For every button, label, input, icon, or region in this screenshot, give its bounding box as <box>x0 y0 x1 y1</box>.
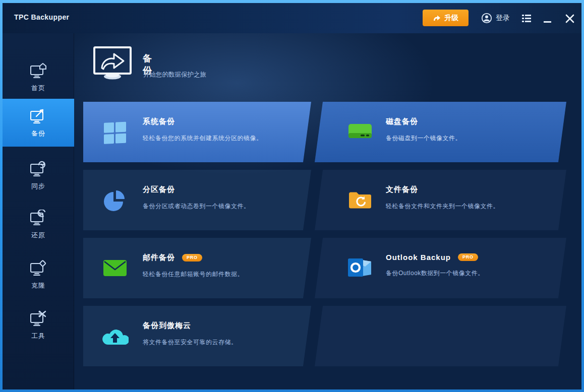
screen-sync-icon <box>29 161 48 178</box>
mail-backup-card[interactable]: 邮件备份 PRO 轻松备份任意邮箱账号的邮件数据。 <box>83 238 305 298</box>
card-desc: 将文件备份至安全可靠的云存储。 <box>143 338 238 347</box>
window-frame: TPC Backupper 升级 登录 <box>0 0 584 392</box>
partition-backup-card[interactable]: 分区备份 备份分区或者动态卷到一个镜像文件。 <box>83 170 305 230</box>
upgrade-arrow-icon <box>433 14 441 22</box>
menu-list-icon[interactable] <box>521 13 532 23</box>
screen-clone-icon <box>29 260 48 277</box>
sidebar-item-clone[interactable]: 克隆 <box>3 251 74 299</box>
upgrade-button-label: 升级 <box>444 14 458 23</box>
sidebar-item-tools[interactable]: 工具 <box>3 301 74 349</box>
backup-row-2: 分区备份 备份分区或者动态卷到一个镜像文件。 文件备份 轻松备份文件和文件夹到一… <box>83 170 566 230</box>
envelope-icon <box>101 238 129 298</box>
page-subtitle: 开始您的数据保护之旅 <box>143 71 206 79</box>
file-backup-card[interactable]: 文件备份 轻松备份文件和文件夹到一个镜像文件。 <box>318 170 560 230</box>
sidebar-item-home[interactable]: 首页 <box>3 53 74 101</box>
card-desc: 轻松备份您的系统并创建系统分区的镜像。 <box>143 134 263 143</box>
disk-backup-card[interactable]: 磁盘备份 备份磁盘到一个镜像文件。 <box>318 102 560 162</box>
pie-chart-icon <box>101 170 129 230</box>
card-desc: 轻松备份任意邮箱账号的邮件数据。 <box>143 270 244 279</box>
sidebar-item-label: 还原 <box>31 231 45 240</box>
hard-drive-icon <box>346 102 374 162</box>
backup-row-1: 系统备份 轻松备份您的系统并创建系统分区的镜像。 磁盘备份 备份磁盘到一个镜像文… <box>83 102 566 162</box>
minimize-icon[interactable] <box>541 10 554 25</box>
screen-home-icon <box>29 62 48 80</box>
card-desc: 备份磁盘到一个镜像文件。 <box>386 134 461 143</box>
folder-sync-icon <box>346 170 374 230</box>
card-desc: 轻松备份文件和文件夹到一个镜像文件。 <box>386 202 499 211</box>
outlook-backup-card[interactable]: Outlook Backup PRO 备份Outlook数据到一个镜像文件。 <box>318 238 560 298</box>
cloud-upload-icon <box>101 306 129 366</box>
card-desc: 备份分区或者动态卷到一个镜像文件。 <box>143 202 250 211</box>
row-band-right <box>315 306 566 366</box>
screen-restore-icon <box>29 210 48 227</box>
card-title: 系统备份 <box>143 117 263 126</box>
sidebar-item-backup[interactable]: 备份 <box>3 99 74 147</box>
screen-backup-icon <box>29 108 48 125</box>
upgrade-button[interactable]: 升级 <box>423 10 469 26</box>
card-desc: 备份Outlook数据到一个镜像文件。 <box>386 269 484 278</box>
sidebar-item-label: 克隆 <box>31 281 45 290</box>
windows-logo-icon <box>101 102 129 162</box>
monitor-share-icon <box>92 45 134 81</box>
outlook-logo-icon <box>346 238 374 298</box>
sidebar-item-label: 工具 <box>31 332 45 341</box>
titlebar: TPC Backupper 升级 登录 <box>3 3 581 33</box>
sidebar-item-sync[interactable]: 同步 <box>3 152 74 200</box>
close-icon[interactable] <box>563 12 576 25</box>
login-button[interactable]: 登录 <box>481 11 510 25</box>
card-title: Outlook Backup PRO <box>386 253 484 262</box>
system-backup-card[interactable]: 系统备份 轻松备份您的系统并创建系统分区的镜像。 <box>83 102 305 162</box>
main-panel: 备份 开始您的数据保护之旅 <box>74 33 581 389</box>
backup-row-3: 邮件备份 PRO 轻松备份任意邮箱账号的邮件数据。 <box>83 238 566 298</box>
sidebar-item-label: 首页 <box>31 84 45 93</box>
sidebar-item-restore[interactable]: 还原 <box>3 201 74 248</box>
backup-row-4: 备份到傲梅云 将文件备份至安全可靠的云存储。 <box>83 306 566 366</box>
card-title: 磁盘备份 <box>386 117 461 126</box>
sidebar-item-label: 同步 <box>31 182 45 191</box>
app-window: TPC Backupper 升级 登录 <box>3 3 581 389</box>
pro-badge: PRO <box>458 253 478 261</box>
app-title: TPC Backupper <box>14 13 69 21</box>
sidebar-item-label: 备份 <box>31 129 45 138</box>
cloud-backup-card[interactable]: 备份到傲梅云 将文件备份至安全可靠的云存储。 <box>83 306 305 366</box>
card-title: 邮件备份 PRO <box>143 253 244 263</box>
user-icon <box>481 13 492 24</box>
card-title: 备份到傲梅云 <box>143 321 238 331</box>
sidebar: 首页 备份 同步 <box>3 33 74 389</box>
card-title: 文件备份 <box>386 185 499 194</box>
screen-tools-icon <box>29 310 48 328</box>
pro-badge: PRO <box>182 254 202 262</box>
card-title: 分区备份 <box>143 185 250 194</box>
login-label: 登录 <box>496 14 510 23</box>
